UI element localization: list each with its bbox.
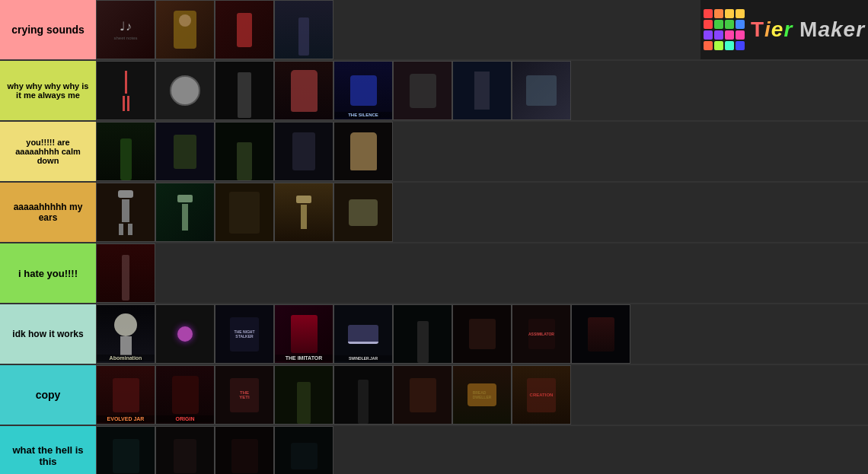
tier-images-3 — [96, 122, 868, 181]
logo-pixel — [725, 41, 734, 50]
tier-image[interactable] — [155, 122, 215, 181]
tiermaker-logo: Tier Maker — [700, 0, 868, 59]
tier-label-6: idk how it works — [0, 304, 96, 364]
tier-image[interactable] — [333, 122, 393, 181]
tier-image[interactable] — [274, 365, 333, 425]
logo-pixel — [725, 30, 734, 40]
tier-image[interactable] — [215, 0, 274, 59]
tier-row-hate: i hate you!!!! — [0, 243, 868, 304]
tier-image[interactable] — [274, 61, 333, 120]
logo-pixel — [725, 20, 734, 29]
tier-image[interactable] — [215, 122, 274, 181]
logo-pixel — [736, 20, 745, 29]
tier-row-always-me: why why why why is it me always me — [0, 61, 868, 122]
tier-row-idk: idk how it works Abomination — [0, 304, 868, 365]
tier-image[interactable] — [274, 183, 333, 242]
logo-pixel — [704, 30, 713, 40]
tier-label-5: i hate you!!!! — [0, 243, 96, 303]
tier-image[interactable] — [96, 61, 155, 120]
tier-image[interactable]: SWINDLER.JAR — [333, 304, 393, 364]
tier-row-calm-down: you!!!!! are aaaaahhhh calm down — [0, 122, 868, 183]
logo-pixel — [736, 9, 745, 18]
tier-label-1: crying sounds — [0, 0, 96, 59]
tier-image[interactable] — [393, 61, 452, 120]
tier-images-6: Abomination THE NIGHTSTALKER — [96, 304, 868, 364]
tier-label-3: you!!!!! are aaaaahhhh calm down — [0, 122, 96, 181]
tier-image[interactable] — [393, 304, 452, 364]
logo-pixel — [736, 41, 745, 50]
tier-image[interactable] — [333, 365, 393, 425]
tier-image[interactable] — [155, 183, 215, 242]
tier-image[interactable]: SPIDER MOTH — [274, 426, 333, 474]
tier-image[interactable]: ASSIMILATOR — [512, 304, 571, 364]
tier-image[interactable] — [155, 61, 215, 120]
tier-images-7: EVOLVED JAR ORIGIN THEYETI — [96, 365, 868, 425]
tier-image[interactable] — [452, 304, 512, 364]
tier-image[interactable] — [452, 61, 512, 120]
tier-images-4 — [96, 183, 868, 242]
logo-grid-icon — [704, 9, 745, 50]
tier-image[interactable] — [512, 61, 571, 120]
tier-image[interactable]: ♩♪ sheet notes — [96, 0, 155, 59]
tier-image[interactable]: CREATION — [512, 365, 571, 425]
logo-pixel — [714, 30, 723, 40]
logo-pixel — [704, 9, 713, 18]
logo-pixel — [714, 9, 723, 18]
logo-pixel — [725, 9, 734, 18]
tier-image[interactable]: BREADDWELLER — [452, 365, 512, 425]
tier-row-what-is-this: what the hell is this SAR WARS — [0, 426, 868, 474]
tier-image[interactable]: DARK CRAWLER — [215, 426, 274, 474]
tier-row-crying-sounds: crying sounds ♩♪ sheet notes — [0, 0, 868, 61]
tier-image[interactable]: THE IMITATOR — [274, 304, 333, 364]
logo-pixel — [714, 20, 723, 29]
logo-text: Tier Maker — [751, 17, 865, 42]
tier-image[interactable]: Abomination — [96, 304, 155, 364]
tier-image[interactable]: THEYETI — [215, 365, 274, 425]
tier-image[interactable] — [96, 183, 155, 242]
logo-pixel — [714, 41, 723, 50]
logo-pixel — [736, 30, 745, 40]
tier-image[interactable] — [155, 304, 215, 364]
tier-label-8: what the hell is this — [0, 426, 96, 474]
tier-image[interactable] — [155, 426, 215, 474]
logo-pixel — [704, 41, 713, 50]
tier-image[interactable] — [96, 243, 155, 303]
tier-image[interactable]: EVOLVED JAR — [96, 365, 155, 425]
tier-label-2: why why why why is it me always me — [0, 61, 96, 120]
tier-image[interactable] — [393, 365, 452, 425]
tier-images-5 — [96, 243, 868, 303]
tier-list: crying sounds ♩♪ sheet notes — [0, 0, 868, 474]
tier-image[interactable] — [96, 122, 155, 181]
logo-pixel — [704, 20, 713, 29]
tier-image[interactable]: SAR WARS — [96, 426, 155, 474]
tier-image[interactable] — [571, 304, 630, 364]
tier-image[interactable] — [333, 183, 393, 242]
tier-image[interactable] — [215, 183, 274, 242]
tier-images-8: SAR WARS DARK CRAWLER — [96, 426, 868, 474]
tier-image[interactable] — [155, 0, 215, 59]
tier-image[interactable]: THE SILENCE — [333, 61, 393, 120]
tier-label-7: copy — [0, 365, 96, 425]
tier-image[interactable] — [274, 122, 333, 181]
tier-image[interactable] — [274, 0, 333, 59]
tier-image[interactable]: ORIGIN — [155, 365, 215, 425]
tier-images-2: THE SILENCE — [96, 61, 868, 120]
tier-row-copy: copy EVOLVED JAR ORIGIN — [0, 365, 868, 426]
tier-row-my-ears: aaaaahhhhh my ears — [0, 183, 868, 243]
tier-label-4: aaaaahhhhh my ears — [0, 183, 96, 242]
tier-image[interactable]: THE NIGHTSTALKER — [215, 304, 274, 364]
tier-image[interactable] — [215, 61, 274, 120]
